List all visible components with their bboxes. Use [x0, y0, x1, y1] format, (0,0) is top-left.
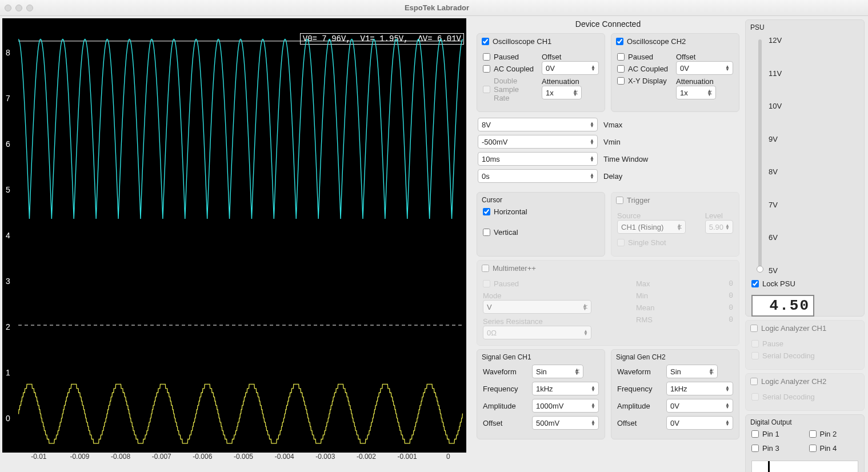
ch2-paused-checkbox[interactable]: Paused [617, 53, 653, 61]
psu-tick: 5V [769, 266, 782, 275]
la1-enable-checkbox[interactable]: Logic Analyzer CH1 [750, 324, 826, 333]
scope-ch1-group: Oscilloscope CH1 Paused AC Coupled Doubl… [477, 33, 605, 112]
sg1-frequency-input[interactable]: 1kHz▲▼ [532, 382, 599, 395]
device-status: Device Connected [477, 19, 739, 29]
ch2-offset-label: Offset [676, 53, 733, 61]
ch2-offset-input[interactable]: 0V▲▼ [676, 61, 733, 75]
timewindow-input[interactable]: 10ms▲▼ [478, 152, 598, 166]
psu-tick: 12V [769, 36, 782, 45]
trigger-enable-checkbox[interactable]: Trigger [616, 196, 650, 205]
close-icon[interactable] [5, 5, 11, 11]
siggen-ch1-group: Signal Gen CH1 WaveformSin▲▼ Frequency1k… [477, 349, 605, 439]
sg1-offset-input[interactable]: 500mV▲▼ [532, 416, 599, 430]
mm-mode-select: V▲▼ [483, 300, 591, 314]
x-tick: -0.002 [346, 453, 387, 466]
ch2-atten-label: Attenuation [676, 77, 733, 86]
psu-tick: 10V [769, 102, 782, 110]
cursor-horizontal-checkbox[interactable]: Horizontal [483, 207, 527, 216]
mm-mean-value: 0 [729, 303, 733, 312]
vmax-label: Vmax [603, 121, 622, 129]
timewindow-label: Time Window [603, 155, 648, 163]
digital-output-group: Digital Output Pin 1 Pin 2 Pin 3 Pin 4 [745, 414, 865, 472]
ch1-offset-input[interactable]: 0V▲▼ [542, 61, 599, 75]
psu-slider-thumb[interactable] [757, 266, 763, 273]
cursor-group: Cursor Horizontal Vertical [477, 192, 605, 257]
psu-tick: 11V [769, 69, 782, 78]
x-tick: -0.008 [100, 453, 141, 466]
ch2-atten-select[interactable]: 1x▲▼ [676, 86, 716, 99]
ch1-atten-select[interactable]: 1x▲▼ [542, 86, 582, 99]
ch2-ac-coupled-checkbox[interactable]: AC Coupled [617, 65, 668, 73]
ch1-double-sample-checkbox: Double Sample Rate [483, 77, 536, 102]
minimize-icon[interactable] [15, 5, 22, 11]
delay-label: Delay [603, 172, 622, 181]
oscilloscope-plot[interactable]: 8 7 6 5 4 3 2 1 0 V0= 7.96V, V1= 1.95V, … [2, 18, 466, 453]
scope-ch1-enable[interactable]: Oscilloscope CH1 [482, 37, 551, 46]
sg2-offset-input[interactable]: 0V▲▼ [666, 416, 733, 430]
ch1-offset-label: Offset [542, 53, 599, 61]
psu-tick: 9V [769, 135, 782, 143]
lock-psu-checkbox[interactable]: Lock PSU [751, 279, 795, 288]
mm-mean-label: Mean [636, 303, 655, 312]
vmin-label: Vmin [603, 138, 621, 146]
sg1-waveform-select[interactable]: Sin▲▼ [532, 365, 583, 378]
multimeter-enable-checkbox[interactable]: Multimeter++ [482, 264, 536, 273]
mm-max-label: Max [636, 279, 650, 288]
pin2-checkbox[interactable]: Pin 2 [809, 430, 859, 438]
la2-enable-checkbox[interactable]: Logic Analyzer CH2 [750, 377, 826, 386]
ch1-ac-coupled-checkbox[interactable]: AC Coupled [483, 65, 534, 73]
pin4-checkbox[interactable]: Pin 4 [809, 444, 859, 453]
trigger-group: Trigger Source CH1 (Rising)▲▼ Single Sho… [611, 192, 739, 257]
siggen2-title: Signal Gen CH2 [616, 353, 733, 361]
sg1-amplitude-input[interactable]: 1000mV▲▼ [532, 399, 599, 413]
waveform-canvas [2, 18, 466, 453]
scope-ch2-enable[interactable]: Oscilloscope CH2 [616, 37, 686, 46]
mm-min-label: Min [636, 291, 648, 300]
pin3-checkbox[interactable]: Pin 3 [751, 444, 801, 453]
la1-serial-checkbox: Serial Decoding [751, 351, 815, 360]
psu-lcd: 4.50 [751, 295, 814, 317]
x-tick: -0.005 [223, 453, 264, 466]
trigger-level-input: 5.90▲▼ [705, 220, 733, 234]
window-title: EspoTek Labrador [33, 3, 863, 12]
la-ch2-group: Logic Analyzer CH2 Serial Decoding [745, 373, 865, 411]
pin1-checkbox[interactable]: Pin 1 [751, 430, 801, 438]
psu-tick: 8V [769, 167, 782, 176]
titlebar: EspoTek Labrador [0, 0, 868, 16]
siggen-ch2-group: Signal Gen CH2 WaveformSin▲▼ Frequency1k… [611, 349, 739, 439]
cursor-title: Cursor [482, 196, 599, 204]
psu-group: PSU 12V11V10V9V8V7V6V5V Lock PSU 4.50 [745, 19, 865, 317]
digout-title: Digital Output [750, 418, 858, 426]
sg2-amplitude-input[interactable]: 0V▲▼ [666, 399, 733, 413]
mm-series-r-label: Series Resistance [483, 317, 625, 326]
mm-series-r-input: 0Ω▲▼ [483, 326, 591, 339]
zoom-icon[interactable] [26, 5, 33, 11]
x-tick: 0 [427, 453, 469, 466]
psu-slider[interactable]: 12V11V10V9V8V7V6V5V [755, 35, 858, 276]
psu-title: PSU [750, 23, 858, 31]
mm-max-value: 0 [729, 279, 733, 288]
siggen1-title: Signal Gen CH1 [482, 353, 599, 361]
x-tick: -0.003 [305, 453, 346, 466]
mm-paused-checkbox: Paused [483, 279, 519, 288]
vmax-input[interactable]: 8V▲▼ [478, 118, 598, 131]
sg2-frequency-input[interactable]: 1kHz▲▼ [666, 382, 733, 395]
vmin-input[interactable]: -500mV▲▼ [478, 135, 598, 149]
ch1-paused-checkbox[interactable]: Paused [483, 53, 519, 61]
ch2-xy-checkbox[interactable]: X-Y Display [617, 77, 667, 85]
x-tick: -0.006 [182, 453, 223, 466]
la-ch1-group: Logic Analyzer CH1 Pause Serial Decoding [745, 320, 865, 370]
cursor-vertical-checkbox[interactable]: Vertical [483, 228, 518, 237]
sg2-waveform-select[interactable]: Sin▲▼ [666, 365, 718, 378]
ch1-atten-label: Attenuation [542, 77, 599, 86]
x-tick: -0.007 [141, 453, 182, 466]
oscilloscope-pane: 8 7 6 5 4 3 2 1 0 V0= 7.96V, V1= 1.95V, … [0, 16, 469, 472]
x-tick: -0.01 [18, 453, 59, 466]
delay-input[interactable]: 0s▲▼ [478, 169, 598, 183]
window-controls[interactable] [5, 5, 33, 11]
la2-serial-checkbox: Serial Decoding [751, 393, 815, 401]
trigger-level-label: Level [705, 211, 733, 220]
trigger-source-label: Source [617, 211, 699, 220]
mm-rms-label: RMS [636, 315, 653, 324]
multimeter-group: Multimeter++ Paused Mode V▲▼ Series Resi… [477, 260, 739, 346]
